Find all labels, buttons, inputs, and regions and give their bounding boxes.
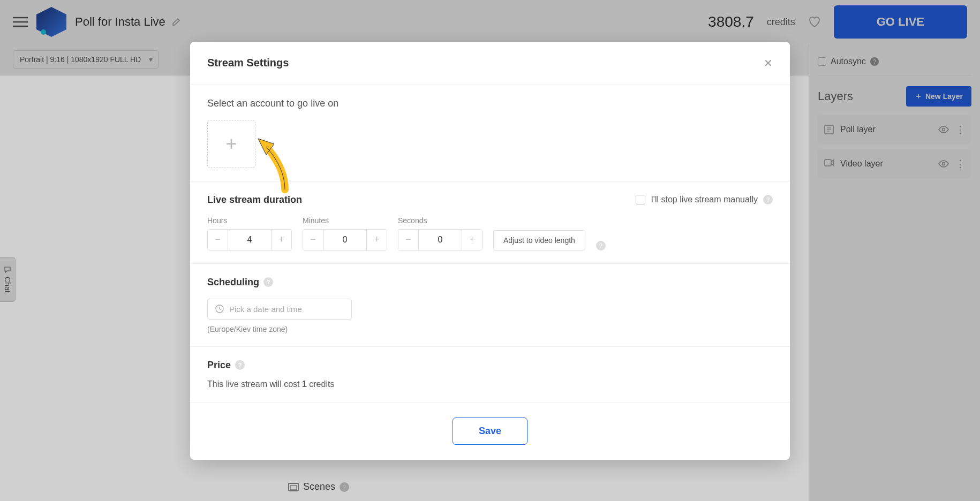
help-icon[interactable]: ? — [763, 195, 773, 204]
hours-decrement-button[interactable]: − — [208, 230, 228, 250]
price-section: Price ? This live stream will cost 1 cre… — [190, 346, 790, 402]
modal-title: Stream Settings — [207, 57, 289, 69]
hours-increment-button[interactable]: + — [271, 230, 291, 250]
minutes-input[interactable] — [323, 230, 366, 250]
price-text: This live stream will cost 1 credits — [207, 379, 773, 389]
add-account-button[interactable]: + — [207, 120, 255, 168]
scheduling-section: Scheduling ? Pick a date and time (Europ… — [190, 263, 790, 346]
minutes-decrement-button[interactable]: − — [303, 230, 323, 250]
price-title: Price — [207, 360, 231, 371]
seconds-decrement-button[interactable]: − — [398, 230, 419, 250]
seconds-stepper: − + — [398, 229, 483, 250]
scheduling-title: Scheduling — [207, 277, 259, 288]
hours-stepper: − + — [207, 229, 292, 250]
date-time-picker[interactable]: Pick a date and time — [207, 299, 352, 320]
clock-icon — [215, 305, 224, 313]
duration-title: Live stream duration — [207, 194, 302, 206]
manual-stop-checkbox[interactable] — [636, 195, 645, 204]
minutes-increment-button[interactable]: + — [366, 230, 387, 250]
hours-input[interactable] — [228, 230, 271, 250]
timezone-text: (Europe/Kiev time zone) — [207, 325, 773, 333]
adjust-to-video-button[interactable]: Adjust to video length — [493, 230, 585, 250]
arrow-hint — [255, 136, 309, 195]
minutes-stepper: − + — [303, 229, 387, 250]
close-icon[interactable]: ✕ — [764, 57, 773, 70]
seconds-increment-button[interactable]: + — [462, 230, 482, 250]
seconds-input[interactable] — [419, 230, 462, 250]
help-icon[interactable]: ? — [263, 277, 273, 287]
hours-label: Hours — [207, 216, 292, 225]
modal-overlay: Stream Settings ✕ Select an account to g… — [0, 0, 980, 501]
help-icon[interactable]: ? — [596, 241, 606, 250]
help-icon[interactable]: ? — [235, 360, 245, 370]
account-section: Select an account to go live on + — [190, 85, 790, 181]
seconds-label: Seconds — [398, 216, 483, 225]
minutes-label: Minutes — [303, 216, 387, 225]
stream-settings-modal: Stream Settings ✕ Select an account to g… — [190, 42, 790, 460]
account-section-label: Select an account to go live on — [207, 98, 773, 109]
manual-stop-option[interactable]: I'll stop live stream manually ? — [636, 195, 773, 204]
save-button[interactable]: Save — [453, 418, 527, 445]
